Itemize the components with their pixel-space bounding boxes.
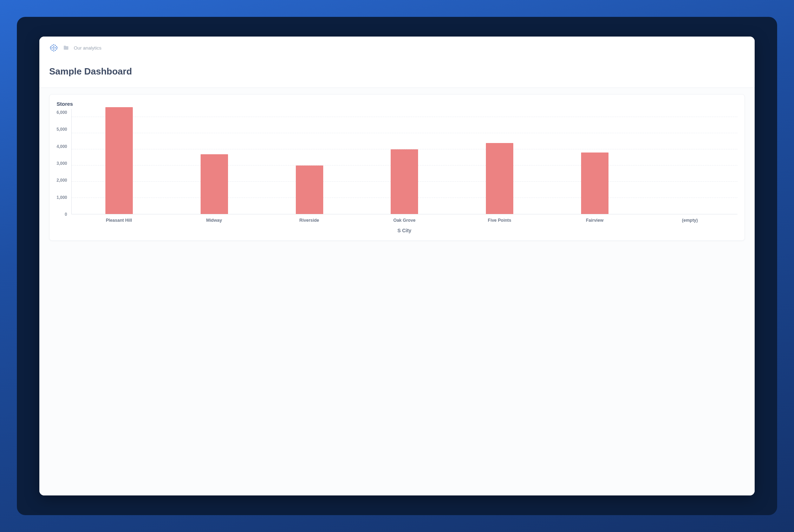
page-title: Sample Dashboard bbox=[49, 66, 745, 77]
svg-point-11 bbox=[50, 48, 51, 50]
svg-point-14 bbox=[52, 50, 53, 51]
chart-bar[interactable] bbox=[486, 143, 513, 214]
folder-icon bbox=[63, 45, 69, 50]
page-background: Our analytics Sample Dashboard Stores 6,… bbox=[17, 17, 777, 515]
chart-bar[interactable] bbox=[105, 107, 133, 214]
bar-slot bbox=[642, 109, 737, 214]
chart-bar[interactable] bbox=[391, 149, 418, 214]
svg-point-8 bbox=[53, 47, 54, 48]
chart-bar[interactable] bbox=[296, 166, 323, 214]
chart-bar[interactable] bbox=[201, 154, 228, 214]
svg-point-13 bbox=[56, 48, 57, 50]
bar-slot bbox=[357, 109, 452, 214]
x-axis: Pleasant HillMidwayRiversideOak GroveFiv… bbox=[71, 218, 737, 223]
app-window: Our analytics Sample Dashboard Stores 6,… bbox=[39, 37, 755, 495]
x-tick-label: Oak Grove bbox=[357, 218, 452, 223]
svg-point-1 bbox=[52, 45, 53, 46]
breadcrumb: Our analytics bbox=[49, 41, 745, 54]
header: Our analytics Sample Dashboard bbox=[39, 37, 755, 87]
bar-slot bbox=[262, 109, 357, 214]
svg-point-3 bbox=[50, 46, 51, 47]
title-row: Sample Dashboard bbox=[49, 54, 745, 87]
svg-point-2 bbox=[55, 45, 56, 46]
svg-point-5 bbox=[56, 46, 57, 47]
x-axis-label: S City bbox=[71, 228, 737, 233]
bar-slot bbox=[547, 109, 643, 214]
chart-plot bbox=[71, 109, 737, 214]
bar-slot bbox=[167, 109, 262, 214]
chart-bar[interactable] bbox=[581, 153, 608, 214]
svg-point-9 bbox=[55, 47, 56, 48]
chart-card-stores: Stores 6,0005,0004,0003,0002,0001,0000 P… bbox=[49, 94, 745, 241]
x-tick-label: Midway bbox=[167, 218, 262, 223]
chart-area: 6,0005,0004,0003,0002,0001,0000 Pleasant… bbox=[57, 109, 737, 233]
svg-point-7 bbox=[52, 47, 53, 48]
x-tick-label: Pleasant Hill bbox=[71, 218, 167, 223]
chart-title: Stores bbox=[57, 101, 737, 107]
x-tick-label: (empty) bbox=[642, 218, 737, 223]
svg-point-12 bbox=[53, 48, 54, 50]
svg-point-6 bbox=[50, 47, 51, 48]
plot-wrap: Pleasant HillMidwayRiversideOak GroveFiv… bbox=[71, 109, 737, 233]
x-tick-label: Fairview bbox=[547, 218, 642, 223]
app-logo-icon[interactable] bbox=[49, 43, 58, 52]
x-tick-label: Five Points bbox=[452, 218, 547, 223]
bar-slot bbox=[452, 109, 547, 214]
x-tick-label: Riverside bbox=[262, 218, 357, 223]
breadcrumb-folder-label[interactable]: Our analytics bbox=[74, 45, 102, 51]
y-axis: 6,0005,0004,0003,0002,0001,0000 bbox=[57, 112, 69, 214]
svg-point-15 bbox=[55, 50, 56, 51]
svg-point-10 bbox=[57, 47, 58, 48]
svg-point-4 bbox=[53, 46, 54, 47]
svg-point-0 bbox=[53, 44, 54, 45]
bar-slot bbox=[72, 109, 167, 214]
svg-point-16 bbox=[53, 50, 54, 51]
content-area: Stores 6,0005,0004,0003,0002,0001,0000 P… bbox=[39, 88, 755, 495]
chart-bars bbox=[72, 109, 737, 214]
